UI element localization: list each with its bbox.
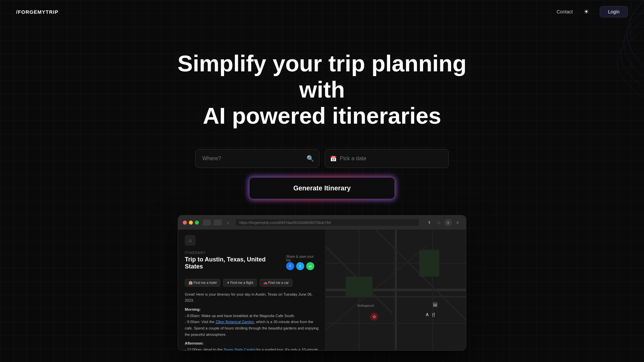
action-buttons: 🏨 Find me a hotel ✈ Find me a flight 🚗 F…	[185, 279, 319, 287]
itinerary-panel: ⌂ Itinerary Trip to Austin, Texas, Unite…	[178, 230, 326, 350]
browser-titlebar: ‹ https://forgemytrip.com/d/847dacf6102d…	[178, 216, 466, 230]
itinerary-text: Great! Here is your itinerary for your d…	[185, 291, 319, 350]
capitol-link[interactable]: Texas State Capitol	[223, 348, 255, 350]
browser-actions: ⬆ □ + ≡	[426, 219, 461, 226]
whatsapp-share-icon[interactable]: w	[306, 262, 314, 270]
browser-menu-icon[interactable]: ≡	[454, 219, 461, 226]
itinerary-title: Trip to Austin, Texas, United States	[185, 256, 283, 270]
close-button-dot[interactable]	[183, 221, 187, 225]
window-ctrl-2	[214, 220, 222, 226]
map-view: Rollingwood ✿ 🏛 A 🍴	[326, 230, 466, 350]
browser-add-tab-button[interactable]: +	[444, 219, 452, 226]
svg-text:A: A	[426, 312, 429, 317]
browser-mockup: ‹ https://forgemytrip.com/d/847dacf6102d…	[178, 215, 466, 351]
search-icon: 🔍	[307, 155, 314, 162]
morning-item-2: - 9:00am: Visit the Zilker Botanical Gar…	[185, 319, 319, 338]
browser-share-icon[interactable]: ⬆	[426, 219, 433, 226]
hero-title: Simplify your trip planning with AI powe…	[171, 50, 473, 129]
minimize-button-dot[interactable]	[189, 221, 193, 225]
intro-text: Great! Here is your itinerary for your d…	[185, 291, 319, 304]
afternoon-title: Afternoon:	[185, 340, 319, 347]
facebook-share-icon[interactable]: f	[286, 262, 294, 270]
browser-controls	[203, 220, 222, 226]
svg-text:🍴: 🍴	[431, 312, 436, 317]
search-section: 🔍 📅	[0, 149, 644, 168]
svg-text:Rollingwood: Rollingwood	[358, 304, 374, 307]
zilker-link[interactable]: Zilker Botanical Garden	[216, 320, 254, 324]
itinerary-label: Itinerary	[185, 251, 283, 255]
svg-text:✿: ✿	[373, 314, 376, 319]
find-car-button[interactable]: 🚗 Find me a car	[260, 279, 292, 287]
maximize-button-dot[interactable]	[195, 221, 199, 225]
svg-text:🏛: 🏛	[433, 302, 438, 307]
login-button[interactable]: Login	[600, 6, 628, 17]
browser-bookmark-icon[interactable]: □	[435, 219, 442, 226]
window-ctrl-1	[203, 220, 211, 226]
calendar-icon: 📅	[330, 155, 337, 162]
navbar: /FORGEMYTRIP Contact ☀ Login	[0, 0, 644, 23]
contact-link[interactable]: Contact	[556, 9, 573, 14]
generate-itinerary-button[interactable]: Generate Itinerary	[249, 177, 394, 199]
home-button[interactable]: ⌂	[185, 235, 196, 246]
logo: /FORGEMYTRIP	[16, 9, 58, 15]
browser-back-button[interactable]: ‹	[227, 220, 229, 225]
twitter-share-icon[interactable]: t	[296, 262, 304, 270]
find-flight-button[interactable]: ✈ Find me a flight	[223, 279, 257, 287]
svg-rect-12	[419, 250, 439, 277]
where-input[interactable]	[195, 149, 319, 168]
navbar-right: Contact ☀ Login	[556, 6, 628, 17]
browser-url-bar[interactable]: https://forgemytrip.com/d/847dacf6102d4b…	[235, 219, 419, 226]
generate-section: Generate Itinerary	[0, 177, 644, 199]
svg-rect-11	[346, 277, 373, 297]
share-label: Share & save your trip	[286, 255, 319, 262]
morning-title: Morning:	[185, 306, 319, 313]
share-row: Itinerary Trip to Austin, Texas, United …	[185, 251, 319, 274]
generate-button-wrapper: Generate Itinerary	[249, 177, 394, 199]
hero-section: Simplify your trip planning with AI powe…	[0, 23, 644, 129]
map-panel: Rollingwood ✿ 🏛 A 🍴	[326, 230, 466, 350]
find-hotel-button[interactable]: 🏨 Find me a hotel	[185, 279, 220, 287]
date-input-wrapper: 📅	[325, 149, 449, 168]
share-icons: f t w	[286, 262, 319, 270]
date-input[interactable]	[325, 149, 449, 168]
theme-toggle-button[interactable]: ☀	[581, 6, 592, 17]
afternoon-item-1: - 12:00pm: Head to the Texas State Capit…	[185, 347, 319, 350]
browser-traffic-lights	[183, 221, 199, 225]
morning-item-1: - 8:00am: Wake up and have breakfast at …	[185, 313, 319, 319]
where-input-wrapper: 🔍	[195, 149, 319, 168]
browser-content: ⌂ Itinerary Trip to Austin, Texas, Unite…	[178, 230, 466, 350]
